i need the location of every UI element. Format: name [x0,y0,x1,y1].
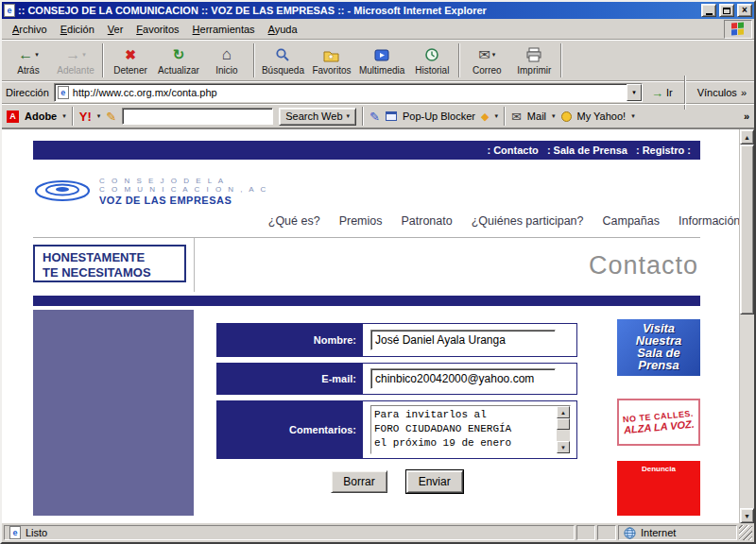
nombre-input[interactable] [370,330,556,350]
scrollbar-track[interactable] [740,314,754,508]
sala-de-prensa-banner[interactable]: Visita Nuestra Sala de Prensa [617,319,700,376]
menu-ver[interactable]: Ver [101,20,130,39]
nav-patronato[interactable]: Patronato [401,214,452,228]
address-input[interactable]: e http://www.cc.org.mx/conta.php ▾ [54,83,643,102]
denuncia-banner[interactable]: Denuncia [617,461,700,516]
search-web-dropdown-icon[interactable]: ▾ [347,112,351,120]
ie-e-glyph: e [60,88,65,97]
enviar-button[interactable]: Enviar [406,470,463,493]
yahoo-dropdown-icon[interactable]: ▾ [97,112,101,120]
scrollbar-thumb[interactable] [740,144,754,314]
banner-divider [194,238,195,292]
form-row-comentarios: Comentarios: Para invitarlos al FORO CIU… [216,400,577,459]
menu-ayuda[interactable]: Ayuda [262,20,304,39]
pencil-icon[interactable]: ✎ [106,110,116,124]
textarea-scroll-down-icon[interactable]: ▼ [557,441,570,453]
links-menu[interactable]: Vínculos » [694,87,750,98]
mail-dropdown-icon[interactable]: ▾ [492,51,496,59]
minimize-icon [706,13,713,15]
home-button[interactable]: ⌂ Inicio [203,42,250,79]
titlebar[interactable]: e :: CONSEJO DE LA COMUNICACION :: VOZ D… [2,2,754,19]
mail-button[interactable]: ✉▾ Correo [463,42,510,79]
stop-icon: ✖ [125,46,136,63]
companion-mail-menu[interactable]: Mail [527,110,546,122]
print-button[interactable]: Imprimir [510,42,558,79]
topbar-link-contacto[interactable]: : Contacto [487,144,541,156]
windows-flag-icon [731,23,745,36]
contact-form: Nombre: E-mail: [216,310,577,516]
logo-line1: C O N S E J O D E L A [99,177,268,185]
refresh-label: Actualizar [158,65,199,76]
print-icon [525,47,542,62]
logo-line2: C O M U N I C A C I O N , A C [99,185,268,194]
search-button[interactable]: Búsqueda [258,42,308,79]
maximize-icon [723,8,730,14]
textarea-scroll-track[interactable] [557,430,570,441]
back-dropdown-icon[interactable]: ▾ [35,51,39,59]
back-button[interactable]: ←▾ Atrás [5,42,52,79]
favorites-button[interactable]: Favoritos [308,42,355,79]
minimize-button[interactable] [701,4,716,17]
my-yahoo-menu[interactable]: My Yahoo! [577,110,627,122]
diamond-icon[interactable]: ◆ [481,110,489,123]
menu-edicion[interactable]: Edición [54,20,101,39]
textarea-scroll-up-icon[interactable]: ▲ [557,406,570,418]
popup-blocker-menu[interactable]: Pop-Up Blocker [403,110,475,122]
menu-herramientas[interactable]: Herramientas [186,20,262,39]
email-input[interactable] [370,368,556,389]
textarea-scrollbar[interactable]: ▲ ▼ [557,406,570,453]
companion-overflow-chevron[interactable]: » [744,110,749,122]
resize-grip[interactable] [739,525,752,540]
comentarios-label: Comentarios: [217,401,363,458]
my-yahoo-dropdown-icon[interactable]: ▾ [631,112,635,120]
diamond-dropdown-icon[interactable]: ▾ [494,112,498,120]
window-ie-icon: e [4,4,15,17]
topbar-link-sala-de-prensa[interactable]: : Sala de Prensa [547,144,630,156]
adobe-menu[interactable]: Adobe [25,110,57,122]
home-icon: ⌂ [222,46,232,63]
textarea-scroll-thumb[interactable] [557,418,570,430]
nav-quienes-participan[interactable]: ¿Quiénes participan? [472,214,584,228]
promo-column: Visita Nuestra Sala de Prensa NO TE CALL… [617,310,700,516]
edit-pencil-icon[interactable]: ✎ [369,110,380,124]
scrollbar-down-icon[interactable]: ▼ [740,508,754,523]
nav-premios[interactable]: Premios [339,214,383,228]
address-dropdown-button[interactable]: ▾ [627,84,642,101]
search-web-button[interactable]: Search Web▾ [279,108,356,126]
stamp-text: NO TE CALLES. ALZA LA VOZ. [618,408,699,435]
maximize-button[interactable] [719,4,734,17]
forward-button[interactable]: →▾ Adelante [52,42,99,79]
topbar-link-registro[interactable]: : Registro : [636,144,691,156]
history-button[interactable]: Historial [408,42,455,79]
forward-label: Adelante [57,65,94,76]
comentarios-textarea[interactable]: Para invitarlos al FORO CIUDADANO ENERGÍ… [371,406,557,453]
no-te-calles-banner[interactable]: NO TE CALLES. ALZA LA VOZ. [617,399,700,446]
media-button[interactable]: Multimedia [355,42,408,79]
nav-campanas[interactable]: Campañas [603,214,660,228]
menu-archivo[interactable]: Archivo [6,20,54,39]
blue-divider-bar [33,296,700,306]
media-label: Multimedia [359,65,404,76]
vertical-scrollbar[interactable]: ▲ ▼ [739,129,754,523]
go-button[interactable]: → Ir [647,86,677,100]
yahoo-logo[interactable]: Y! [79,110,92,124]
statusbar: e Listo Internet [2,523,754,542]
toolbar-separator [458,43,460,77]
nav-informacion-general[interactable]: Información General [679,214,739,228]
forward-dropdown-icon[interactable]: ▾ [82,51,86,59]
adobe-dropdown-icon[interactable]: ▾ [62,112,66,120]
nav-que-es[interactable]: ¿Qué es? [268,214,320,228]
home-label: Inicio [215,65,237,76]
refresh-button[interactable]: ↻ Actualizar [154,42,203,79]
toolbar-separator [560,43,562,77]
stop-button[interactable]: ✖ Detener [107,42,154,79]
banner-section: HONESTAMENTE TE NECESITAMOS Contacto [33,237,700,292]
borrar-button[interactable]: Borrar [331,470,387,493]
yahoo-search-input[interactable] [122,108,273,125]
close-button[interactable]: × [737,4,752,17]
email-label: E-mail: [217,364,363,394]
menu-favoritos[interactable]: Favoritos [129,20,185,39]
site-logo[interactable]: C O N S E J O D E L A C O M U N I C A C … [33,169,268,212]
mail-menu-dropdown-icon[interactable]: ▾ [552,112,556,120]
scrollbar-up-icon[interactable]: ▲ [740,129,754,144]
